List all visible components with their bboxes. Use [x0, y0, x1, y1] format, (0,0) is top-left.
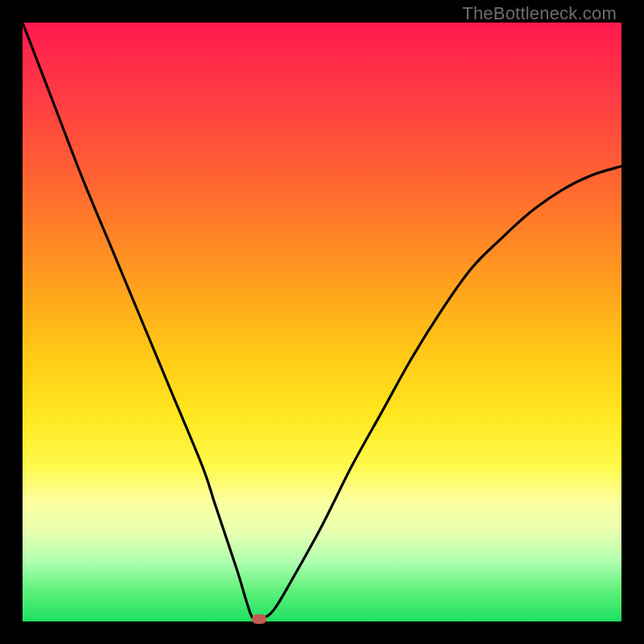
plot-area — [23, 23, 621, 621]
chart-frame: TheBottleneck.com — [0, 0, 644, 644]
attribution-label: TheBottleneck.com — [462, 3, 617, 24]
optimal-marker — [252, 614, 266, 624]
bottleneck-curve — [23, 23, 621, 621]
